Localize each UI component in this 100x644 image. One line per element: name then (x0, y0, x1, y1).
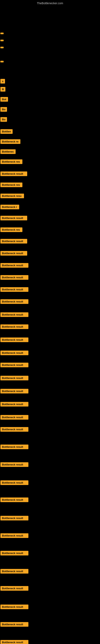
bottleneck-bar: Bottleneck res (0, 160, 22, 164)
bottleneck-bar: Bottleneck result (0, 338, 28, 342)
site-title: TheBottlenecker.com (0, 0, 100, 6)
bottleneck-bar: Bottleneck result (0, 216, 27, 220)
bottleneck-bar: Bottleneck result (0, 299, 28, 304)
bottleneck-bar (0, 61, 3, 62)
bottleneck-bar: Bottleneck result (0, 363, 28, 367)
bottleneck-bar: Bottleneck result (0, 402, 28, 406)
bottleneck-bar: Bottleneck result (0, 251, 27, 256)
bottleneck-bar: Bottleneck result (0, 551, 28, 556)
bottleneck-bar: Bottleneck result (0, 516, 28, 520)
bottleneck-bar: Bo (0, 107, 7, 112)
bottleneck-bar (0, 47, 3, 48)
bottleneck-bar: s (0, 79, 5, 84)
bottleneck-bar: Bottleneck result (0, 389, 28, 394)
bottleneck-bar: Bottleneck result (0, 604, 28, 609)
bottleneck-bar (0, 32, 3, 34)
bottleneck-bar: Bottleneck result (0, 640, 28, 644)
bottleneck-bar: Bottleneck result (0, 462, 28, 467)
bottleneck-bar: B (0, 87, 5, 92)
bottleneck-bar: Bottleneck result (0, 444, 28, 449)
bottleneck-bar: Bottleneck result (0, 569, 28, 574)
bottleneck-bar: Bottleneck result (0, 287, 28, 292)
bottleneck-bar: Bottleneck result (0, 427, 28, 432)
bottleneck-bar: Bot (0, 97, 8, 102)
bottleneck-bar: Bottleneck r (0, 205, 19, 209)
bottleneck-bar: Bottleneck re (0, 139, 20, 144)
bars-container: sBBotBoBoBottlenBottleneck reBottlenecBo… (0, 6, 100, 644)
bottleneck-bar: Bottleneck result (0, 275, 28, 280)
bottleneck-bar: Bottleneck result (0, 350, 28, 355)
bottleneck-bar: Bottleneck result (0, 239, 27, 244)
bottleneck-bar: Bottleneck res (0, 182, 22, 187)
bottleneck-bar: Bottleneck result (0, 312, 28, 317)
bottleneck-bar: Bottleneck result (0, 263, 28, 268)
bottleneck-bar: Bottlenec (0, 149, 16, 154)
bottleneck-bar (0, 40, 3, 41)
bottleneck-bar: Bottleneck resu (0, 194, 24, 198)
bottleneck-bar: Bottleneck result (0, 586, 28, 591)
bottleneck-bar: Bottleneck result (0, 172, 27, 176)
bottleneck-bar: Bottlen (0, 129, 13, 134)
bottleneck-bar: Bottleneck result (0, 480, 28, 485)
bottleneck-bar: Bottleneck result (0, 376, 28, 380)
bottleneck-bar: Bottleneck result (0, 622, 28, 627)
bottleneck-bar: Bottleneck res (0, 228, 22, 232)
bottleneck-bar: Bo (0, 117, 7, 122)
bottleneck-bar: Bottleneck result (0, 415, 28, 420)
bottleneck-bar: Bottleneck result (0, 533, 28, 538)
bottleneck-bar: Bottleneck result (0, 498, 28, 502)
bottleneck-bar: Bottleneck result (0, 324, 28, 329)
